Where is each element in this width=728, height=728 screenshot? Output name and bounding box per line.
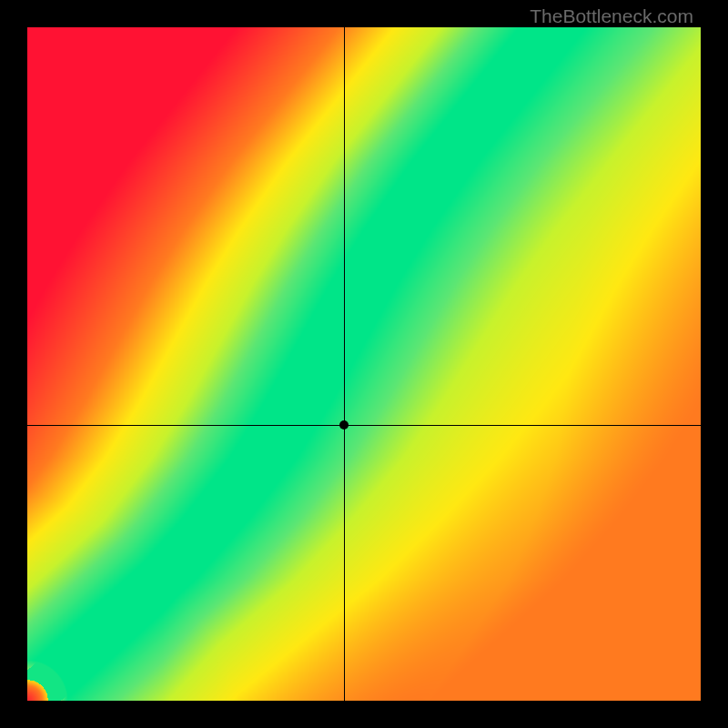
marker-point bbox=[339, 420, 349, 430]
heatmap-chart bbox=[27, 27, 701, 701]
crosshair-horizontal bbox=[27, 425, 701, 426]
heatmap-canvas bbox=[27, 27, 701, 701]
crosshair-vertical bbox=[344, 27, 345, 701]
watermark-text: TheBottleneck.com bbox=[530, 5, 693, 27]
